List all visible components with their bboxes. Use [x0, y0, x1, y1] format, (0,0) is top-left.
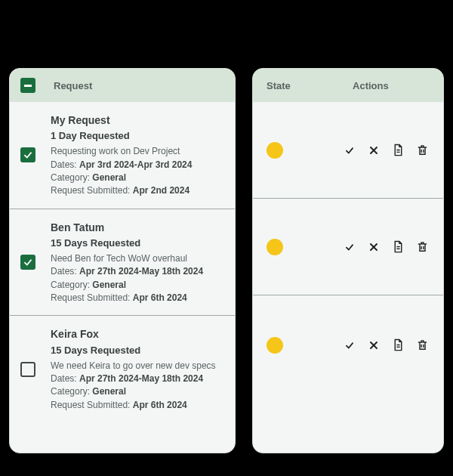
category-prefix: Category: [51, 280, 92, 290]
request-category: Category: General [51, 279, 224, 292]
request-dates: Dates: Apr 27th 2024-May 18th 2024 [51, 372, 224, 385]
checkbox-col [20, 326, 51, 412]
submitted-value: Apr 6th 2024 [133, 400, 187, 410]
request-days: 15 Days Requested [51, 236, 224, 251]
request-submitted: Request Submitted: Apr 6th 2024 [51, 399, 224, 412]
state-actions-row [253, 102, 443, 199]
checkbox-col [20, 220, 51, 305]
state-indicator [267, 142, 283, 159]
request-row: Keira Fox15 Days RequestedWe need Keira … [10, 316, 235, 422]
request-days: 1 Day Requested [51, 129, 224, 144]
request-row: My Request1 Day RequestedRequesting work… [10, 102, 235, 209]
trash-icon [416, 144, 429, 156]
close-icon [368, 144, 380, 156]
approve-button[interactable] [342, 240, 357, 255]
delete-button[interactable] [414, 240, 430, 255]
request-title: Ben Tatum [51, 220, 224, 235]
detail-button[interactable] [390, 143, 405, 158]
submitted-value: Apr 6th 2024 [133, 292, 187, 303]
state-header-label: State [267, 80, 291, 91]
check-icon [344, 242, 355, 252]
actions-header-label: Actions [313, 80, 428, 91]
request-header-label: Request [54, 80, 92, 91]
state-actions-row [253, 199, 443, 295]
checkbox-col [20, 113, 51, 198]
request-description: Need Ben for Tech WoW overhaul [51, 252, 224, 265]
check-icon [344, 145, 355, 156]
detail-button[interactable] [390, 240, 405, 255]
category-value: General [92, 386, 126, 397]
category-value: General [92, 172, 126, 183]
state-indicator [267, 239, 283, 255]
actions-group [342, 240, 430, 255]
submitted-value: Apr 2nd 2024 [133, 185, 190, 196]
close-icon [368, 339, 380, 351]
trash-icon [416, 240, 429, 253]
request-dates: Dates: Apr 3rd 2024-Apr 3rd 2024 [51, 159, 224, 172]
trash-icon [416, 338, 429, 351]
state-actions-panel: State Actions [252, 68, 444, 453]
dates-prefix: Dates: [51, 373, 79, 384]
document-icon [392, 338, 405, 351]
request-info: Keira Fox15 Days RequestedWe need Keira … [51, 326, 224, 412]
request-title: Keira Fox [51, 326, 224, 342]
request-description: Requesting work on Dev Project [51, 145, 224, 158]
submitted-prefix: Request Submitted: [51, 292, 133, 303]
request-panel: Request My Request1 Day RequestedRequest… [9, 68, 236, 453]
request-info: Ben Tatum15 Days RequestedNeed Ben for T… [51, 220, 224, 305]
request-info: My Request1 Day RequestedRequesting work… [51, 113, 224, 198]
reject-button[interactable] [366, 338, 381, 353]
approve-button[interactable] [342, 338, 357, 353]
document-icon [392, 240, 405, 253]
detail-button[interactable] [390, 338, 405, 353]
request-title: My Request [51, 113, 224, 128]
category-value: General [92, 280, 126, 290]
dates-prefix: Dates: [51, 159, 79, 170]
dates-value: Apr 3rd 2024-Apr 3rd 2024 [79, 159, 192, 170]
state-indicator [267, 337, 283, 354]
request-days: 15 Days Requested [51, 344, 224, 358]
request-submitted: Request Submitted: Apr 2nd 2024 [51, 184, 224, 197]
request-row: Ben Tatum15 Days RequestedNeed Ben for T… [10, 209, 235, 317]
delete-button[interactable] [414, 338, 430, 353]
approve-button[interactable] [342, 143, 357, 158]
state-actions-row [253, 295, 443, 394]
dates-value: Apr 27th 2024-May 18th 2024 [79, 373, 203, 384]
row-checkbox[interactable] [20, 362, 35, 377]
submitted-prefix: Request Submitted: [51, 400, 133, 410]
document-icon [392, 144, 405, 156]
row-checkbox[interactable] [20, 255, 35, 270]
category-prefix: Category: [51, 172, 92, 183]
reject-button[interactable] [366, 143, 381, 158]
request-submitted: Request Submitted: Apr 6th 2024 [51, 292, 224, 304]
category-prefix: Category: [51, 386, 92, 397]
request-category: Category: General [51, 385, 224, 398]
select-all-checkbox[interactable] [20, 78, 35, 93]
check-icon [344, 340, 355, 351]
request-description: We need Keira to go over new dev specs [51, 360, 224, 372]
state-actions-header: State Actions [253, 69, 443, 102]
request-dates: Dates: Apr 27th 2024-May 18th 2024 [51, 265, 224, 278]
dates-prefix: Dates: [51, 266, 79, 277]
row-checkbox[interactable] [20, 147, 35, 162]
close-icon [368, 241, 380, 253]
actions-group [342, 338, 430, 353]
dates-value: Apr 27th 2024-May 18th 2024 [79, 266, 203, 277]
request-panel-header: Request [10, 69, 235, 102]
submitted-prefix: Request Submitted: [51, 185, 133, 196]
actions-group [342, 143, 430, 158]
reject-button[interactable] [366, 240, 381, 255]
minus-icon [24, 85, 32, 87]
request-category: Category: General [51, 172, 224, 184]
delete-button[interactable] [414, 143, 430, 158]
